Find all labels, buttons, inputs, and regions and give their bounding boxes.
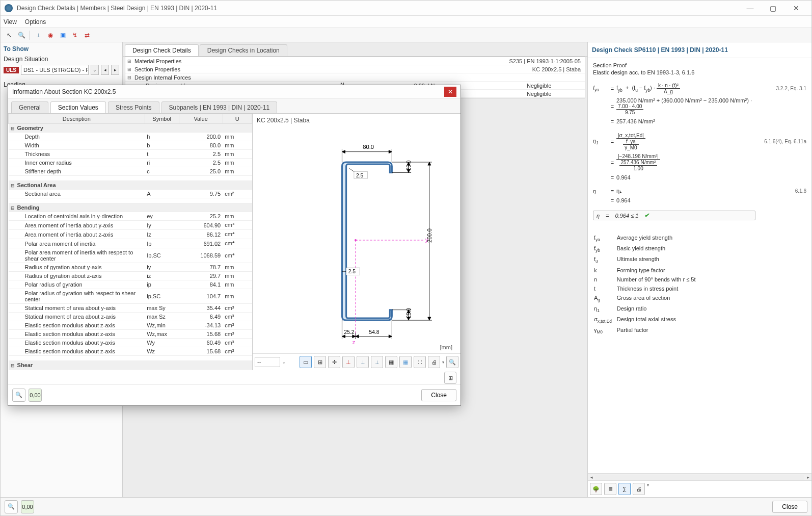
table-row[interactable]: Widthb80.0mm	[9, 141, 252, 150]
table-row[interactable]: Shear area in y-directionAy2.52cm²	[9, 370, 252, 371]
menu-view[interactable]: View	[4, 18, 17, 25]
table-row[interactable]: Stiffener depthc25.0mm	[9, 167, 252, 176]
pf-show-principal-icon[interactable]: ⊥	[342, 356, 355, 368]
tool-results-icon[interactable]: ▣	[57, 30, 68, 41]
table-row[interactable]: Thicknesst2.5mm	[9, 150, 252, 159]
elastic-design-label: Elastic design acc. to EN 1993-1-3, 6.1.…	[593, 69, 806, 75]
pf-show-stress-icon[interactable]: ▦	[385, 356, 397, 368]
close-window-button[interactable]: ✕	[784, 1, 807, 15]
modal-tab-general[interactable]: General	[11, 101, 48, 113]
preview-mode-combo[interactable]: --	[255, 357, 280, 367]
close-button[interactable]: Close	[772, 501, 807, 513]
modal-tab-stress-points[interactable]: Stress Points	[108, 101, 159, 113]
table-row[interactable]: Elastic section modulus about y-axisWy60…	[9, 339, 252, 347]
modal-expand-button[interactable]: ⊞	[444, 372, 456, 384]
table-row[interactable]: Polar area moment of inertiaIp691.02cm⁴	[9, 239, 252, 248]
pf-print-icon[interactable]: 🖨	[428, 356, 440, 368]
table-row[interactable]: Polar radius of gyration with respect to…	[9, 289, 252, 304]
uls-badge: ULS	[4, 67, 19, 73]
table-row[interactable]: Depthh200.0mm	[9, 133, 252, 141]
legend-table: fyaAverage yield strength fybBasic yield…	[593, 233, 701, 337]
svg-marker-41	[353, 335, 356, 338]
table-row[interactable]: Sectional areaA9.75cm²	[9, 190, 252, 198]
precision-button[interactable]: 0,00	[21, 500, 34, 513]
svg-text:25.2: 25.2	[344, 329, 355, 335]
pf-find-icon[interactable]: 🔍	[446, 356, 458, 368]
svg-point-7	[355, 239, 357, 241]
table-row[interactable]: Polar area moment of inertia with respec…	[9, 248, 252, 263]
table-row[interactable]: Radius of gyration about z-axisiz29.7mm	[9, 272, 252, 280]
minimize-button[interactable]: —	[739, 1, 762, 15]
maximize-button[interactable]: ▢	[762, 1, 784, 15]
check-ok-icon: ✔	[644, 212, 649, 219]
combo-dropdown-icon[interactable]: ⌄	[91, 65, 99, 75]
pf-show-section-y-icon[interactable]: ⟂	[357, 356, 369, 368]
svg-text:25.0: 25.0	[406, 160, 412, 170]
rp-tool-tree-icon[interactable]: 🌳	[590, 483, 602, 495]
table-row[interactable]: Area moment of inertia about z-axisIz86.…	[9, 230, 252, 239]
svg-text:200.0: 200.0	[426, 228, 432, 243]
svg-marker-18	[428, 317, 431, 320]
svg-marker-17	[428, 162, 431, 165]
find-button[interactable]: 🔍	[5, 500, 18, 513]
design-check-title: Design Check SP6110 | EN 1993 | DIN | 20…	[588, 42, 811, 58]
pf-show-axes-icon[interactable]: ✛	[328, 356, 340, 368]
table-row[interactable]: Polar radius of gyrationip84.1mm	[9, 280, 252, 289]
pf-show-section-z-icon[interactable]: ⟂	[371, 356, 383, 368]
svg-text:25.0: 25.0	[406, 308, 412, 318]
pf-show-grid-icon[interactable]: ▦	[399, 356, 412, 368]
prev-situation-button[interactable]: ◂	[101, 65, 109, 75]
modal-tab-subpanels[interactable]: Subpanels | EN 1993 | DIN | 2020-11	[161, 101, 277, 113]
modal-close-button[interactable]: Close	[421, 389, 456, 401]
tool-section-icon[interactable]: ⟂	[33, 30, 44, 41]
tool-zoom-icon[interactable]: 🔍	[16, 30, 27, 41]
design-situation-label: Design Situation	[4, 56, 119, 63]
modal-find-button[interactable]: 🔍	[12, 389, 25, 402]
tab-design-checks-location[interactable]: Design Checks in Location	[200, 44, 287, 56]
svg-marker-43	[389, 335, 392, 338]
section-values-table[interactable]: Description Symbol Value U ⊟ GeometryDep…	[8, 114, 253, 370]
app-icon	[5, 4, 13, 12]
rp-tool-list-icon[interactable]: ≣	[604, 483, 616, 495]
pf-show-points-icon[interactable]: ⸬	[414, 356, 426, 368]
dialog-title: Information About Section KC 200x2.5	[12, 88, 116, 95]
svg-marker-40	[342, 335, 345, 338]
pf-show-dims-icon[interactable]: ▭	[300, 356, 312, 368]
right-panel: Design Check SP6110 | EN 1993 | DIN | 20…	[587, 42, 811, 497]
rp-print-icon[interactable]: 🖨	[633, 483, 645, 495]
table-row[interactable]: Area moment of inertia about y-axisIy604…	[9, 221, 252, 230]
to-show-header: To Show	[4, 45, 119, 53]
pf-show-values-icon[interactable]: ⊞	[314, 356, 326, 368]
table-row[interactable]: Elastic section modulus about z-axisWz15…	[9, 347, 252, 356]
table-row[interactable]: Location of centroidal axis in y-directi…	[9, 212, 252, 221]
tab-design-check-details[interactable]: Design Check Details	[125, 44, 199, 56]
svg-text:54.8: 54.8	[369, 329, 379, 335]
tool-stress-icon[interactable]: ◉	[45, 30, 56, 41]
table-row[interactable]: Elastic section modulus about z-axisWz,m…	[9, 321, 252, 330]
titlebar: Design Check Details | Members | Steel D…	[1, 1, 811, 16]
right-footer-toolbar: 🌳 ≣ ∑ 🖨 ▾	[588, 480, 811, 497]
design-situation-combo[interactable]: DS1 - ULS (STR/GEO) - Perman...	[21, 65, 89, 75]
tool-diagram-icon[interactable]: ↯	[69, 30, 80, 41]
table-row[interactable]: Statical moment of area about z-axismax …	[9, 313, 252, 321]
table-row[interactable]: Elastic section modulus about z-axisWz,m…	[9, 330, 252, 339]
svg-marker-11	[342, 150, 345, 153]
section-info-dialog: Information About Section KC 200x2.5 ✕ G…	[8, 85, 461, 406]
tool-cursor-icon[interactable]: ↖	[4, 30, 15, 41]
main-toolbar: ↖ 🔍 ⟂ ◉ ▣ ↯ ⇄	[1, 28, 811, 42]
modal-precision-button[interactable]: 0,00	[29, 389, 42, 402]
window-bottom-bar: 🔍 0,00 Close	[1, 497, 811, 515]
menu-options[interactable]: Options	[25, 18, 46, 25]
rp-tool-formula-icon[interactable]: ∑	[618, 483, 631, 495]
tool-ratio-icon[interactable]: ⇄	[82, 30, 93, 41]
right-h-scrollbar[interactable]: ◂▸	[588, 473, 811, 480]
svg-text:2.5: 2.5	[356, 173, 363, 178]
section-drawing: y z 80.0	[253, 127, 461, 353]
table-row[interactable]: Inner corner radiusri2.5mm	[9, 159, 252, 167]
next-situation-button[interactable]: ▸	[111, 65, 119, 75]
dialog-close-button[interactable]: ✕	[444, 87, 456, 97]
table-row[interactable]: Radius of gyration about y-axisiy78.7mm	[9, 263, 252, 272]
modal-tab-section-values[interactable]: Section Values	[50, 101, 106, 113]
svg-text:z: z	[353, 339, 356, 345]
table-row[interactable]: Statical moment of area about y-axismax …	[9, 304, 252, 313]
